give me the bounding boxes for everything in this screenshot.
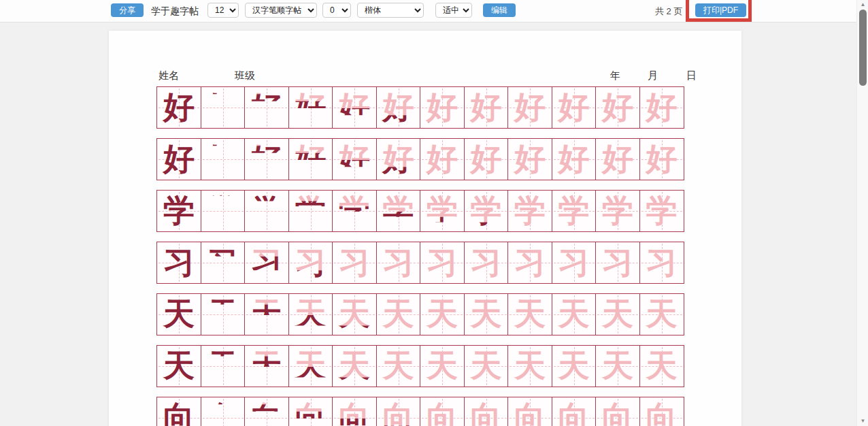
practice-cell: 向 <box>595 397 640 426</box>
day-label: 日 <box>686 69 697 82</box>
practice-cell: 习 <box>639 242 684 284</box>
practice-cell: 向 <box>201 397 246 426</box>
scroll-down-icon[interactable]: ▼ <box>857 416 868 426</box>
practice-cell: 好好 <box>332 138 377 180</box>
scrollbar-thumb[interactable] <box>859 10 867 86</box>
trace-character: 好 <box>640 87 684 129</box>
horizontal-guide-line <box>203 418 244 419</box>
vertical-scrollbar[interactable]: ▲ ▼ <box>856 0 868 426</box>
practice-cell: 学学 <box>420 190 465 232</box>
trace-character: 学 <box>552 191 596 232</box>
practice-cell: 好好 <box>420 86 465 129</box>
practice-cell: 好 <box>507 86 552 129</box>
trace-character: 好 <box>508 139 552 180</box>
model-character: 向 <box>157 397 201 426</box>
horizontal-guide-line <box>246 159 287 160</box>
trace-character: 向 <box>377 397 420 426</box>
practice-cell: 天天 <box>288 293 333 335</box>
trace-character: 学 <box>596 191 639 232</box>
practice-cell: 天 <box>639 345 684 387</box>
practice-row: 好好好好好好好好好好好好好好好好好 <box>156 138 695 180</box>
horizontal-guide-line <box>246 211 287 212</box>
name-label: 姓名 <box>158 69 179 82</box>
trace-character: 天 <box>596 294 639 335</box>
print-pdf-button[interactable]: 打印|PDF <box>695 3 746 17</box>
practice-cell: 习 <box>201 242 246 284</box>
trace-character: 向 <box>420 397 464 426</box>
practice-cell: 向 <box>552 397 597 426</box>
trace-character: 天 <box>377 346 420 387</box>
practice-cell: 天天 <box>244 345 289 387</box>
trace-character: 好 <box>552 87 596 129</box>
trace-character: 天 <box>640 346 684 387</box>
font-family-select[interactable]: 楷体 <box>357 3 424 18</box>
trace-character: 好 <box>552 139 596 180</box>
page-count-label: 共 2 页 <box>655 5 682 18</box>
trace-character: 好 <box>465 87 508 129</box>
density-select[interactable]: 适中 <box>435 3 472 18</box>
practice-cell: 天 <box>552 293 597 335</box>
practice-cell: 好好 <box>244 86 289 129</box>
template-select[interactable]: 汉字笔顺字帖 <box>245 3 317 18</box>
practice-cell: 好好 <box>288 138 333 180</box>
practice-cell: 天 <box>201 293 246 335</box>
practice-cell: 习 <box>464 242 509 284</box>
model-character: 天 <box>157 346 201 387</box>
practice-cell: 向向 <box>420 397 465 426</box>
practice-cell: 习习 <box>288 242 333 284</box>
trace-character: 天 <box>465 294 508 335</box>
practice-cell: 学学 <box>332 190 377 232</box>
practice-cell: 学学 <box>244 190 289 232</box>
practice-cell: 好 <box>156 138 201 180</box>
trace-character: 习 <box>508 242 552 284</box>
trace-character: 天 <box>420 346 464 387</box>
practice-cell: 向 <box>156 397 201 426</box>
practice-cell: 天 <box>639 293 684 335</box>
practice-cell: 天天 <box>332 345 377 387</box>
practice-cell: 天 <box>595 293 640 335</box>
month-label: 月 <box>648 69 658 82</box>
practice-cell: 向 <box>507 397 552 426</box>
practice-cell: 好好 <box>376 86 421 129</box>
year-label: 年 <box>610 69 620 82</box>
trace-character: 天 <box>552 346 596 387</box>
spacing-select[interactable]: 0 <box>322 3 351 18</box>
practice-grid: 好好好好好好好好好好好好好好好好好好好好好好好好好好好好好好好好好好学学学学学学… <box>156 86 695 426</box>
class-label: 班级 <box>235 69 255 82</box>
practice-cell: 学学 <box>464 190 509 232</box>
trace-character: 天 <box>508 346 552 387</box>
practice-cell: 向向 <box>376 397 421 426</box>
practice-cell: 好 <box>595 138 640 180</box>
practice-cell: 习 <box>595 242 640 284</box>
practice-cell: 好 <box>201 138 246 180</box>
trace-character: 向 <box>465 397 508 426</box>
practice-cell: 天 <box>595 345 640 387</box>
scroll-up-icon[interactable]: ▲ <box>857 0 868 10</box>
trace-character: 习 <box>640 242 684 284</box>
practice-cell: 好 <box>507 138 552 180</box>
edit-button[interactable]: 编辑 <box>483 3 516 17</box>
horizontal-guide-line <box>203 108 244 108</box>
practice-cell: 向 <box>464 397 509 426</box>
practice-row: 天天天天天天天天天天天天天天天 <box>156 345 695 387</box>
trace-character: 天 <box>420 294 464 335</box>
practice-cell: 天 <box>156 293 201 335</box>
horizontal-guide-line <box>203 314 244 315</box>
share-button[interactable]: 分享 <box>111 3 144 17</box>
font-size-select[interactable]: 12 <box>207 3 239 18</box>
practice-cell: 学 <box>201 190 246 232</box>
practice-cell: 向 <box>639 397 684 426</box>
practice-cell: 好 <box>201 86 246 129</box>
trace-character: 向 <box>508 397 552 426</box>
practice-cell: 学学 <box>288 190 333 232</box>
trace-character: 好 <box>640 139 684 180</box>
top-toolbar: 分享 学于趣字帖 12 汉字笔顺字帖 0 楷体 适中 编辑 共 2 页 打印|P… <box>0 0 856 22</box>
trace-character: 习 <box>552 242 596 284</box>
trace-character: 天 <box>377 294 420 335</box>
practice-cell: 天 <box>376 293 421 335</box>
practice-cell: 天 <box>464 345 509 387</box>
trace-character: 学 <box>640 191 684 232</box>
practice-cell: 学学 <box>376 190 421 232</box>
practice-cell: 学 <box>639 190 684 232</box>
practice-row: 习习习习习习习习习习习习习习 <box>156 242 695 284</box>
